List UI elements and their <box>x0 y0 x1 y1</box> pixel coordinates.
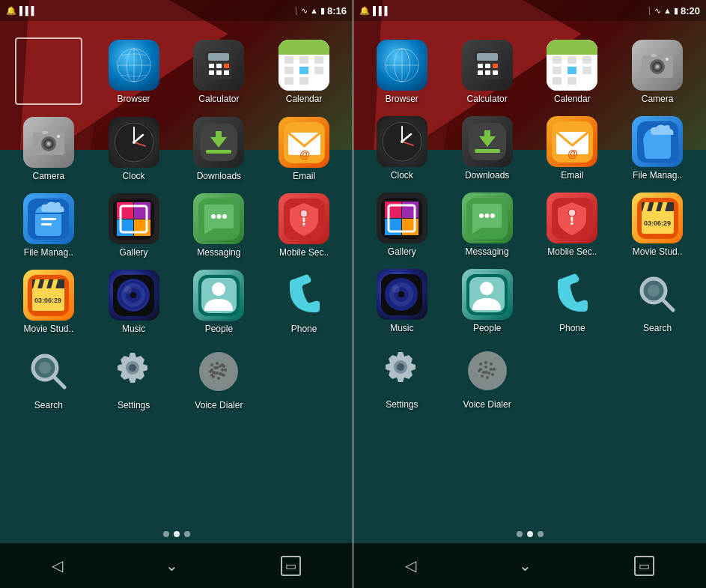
app-calendar-right[interactable]: Calendar <box>530 34 615 110</box>
app-camera-left[interactable]: Camera <box>6 111 91 187</box>
browser-label-left: Browser <box>118 94 150 104</box>
svg-rect-10 <box>216 70 222 75</box>
app-gallery-left[interactable]: Gallery <box>91 187 177 264</box>
svg-rect-111 <box>485 64 490 68</box>
svg-rect-16 <box>314 56 323 64</box>
app-downloads-left[interactable]: Downloads <box>177 111 262 187</box>
app-calendar-left[interactable]: Calendar <box>261 34 347 111</box>
app-messaging-left[interactable]: Messaging <box>177 187 262 264</box>
app-settings-right[interactable]: Settings <box>359 339 445 416</box>
svg-point-187 <box>493 368 496 371</box>
svg-rect-17 <box>284 67 293 74</box>
svg-rect-43 <box>41 218 56 220</box>
clock-label-right: Clock <box>391 170 413 181</box>
recent-button-right[interactable]: ▭ <box>634 556 654 576</box>
svg-point-83 <box>199 352 238 391</box>
home-button-left[interactable]: ⌄ <box>165 557 178 575</box>
svg-point-130 <box>656 65 659 68</box>
app-search-left[interactable]: Search <box>6 340 91 416</box>
app-calculator-right[interactable]: Calculator <box>445 34 530 110</box>
email-label-right: Email <box>561 170 583 181</box>
svg-point-188 <box>491 373 494 376</box>
app-email-left[interactable]: @ Email <box>261 111 347 187</box>
music-label-left: Music <box>122 324 145 334</box>
app-messaging-right[interactable]: Messaging <box>445 187 530 263</box>
svg-rect-114 <box>485 70 490 75</box>
svg-text:03:06:29: 03:06:29 <box>644 219 671 227</box>
app-clock-right[interactable]: Clock <box>359 110 445 187</box>
svg-rect-121 <box>553 67 562 74</box>
svg-rect-122 <box>567 67 576 74</box>
app-downloads-right[interactable]: Downloads <box>445 110 530 187</box>
svg-line-179 <box>663 300 673 310</box>
app-voicedialer-right[interactable]: Voice Dialer <box>445 339 530 416</box>
svg-point-132 <box>666 58 669 61</box>
svg-text:03:06:29: 03:06:29 <box>34 297 61 304</box>
svg-rect-119 <box>567 56 576 64</box>
page-dot-1-left <box>163 531 169 537</box>
calculator-label-left: Calculator <box>198 94 239 104</box>
svg-rect-131 <box>651 54 657 57</box>
home-button-right[interactable]: ⌄ <box>519 557 532 575</box>
app-voicedialer-left[interactable]: Voice Dialer <box>177 340 262 416</box>
svg-rect-21 <box>299 77 308 85</box>
app-phone-right[interactable]: Phone <box>530 263 615 339</box>
app-phone-left[interactable]: Phone <box>261 264 347 340</box>
svg-rect-47 <box>117 202 133 219</box>
svg-point-193 <box>484 366 487 369</box>
app-mobilesec-right[interactable]: ! Mobile Sec.. <box>530 187 615 263</box>
app-moviestudio-right[interactable]: 03:06:29 Movie Stud.. <box>615 187 700 263</box>
app-filemanager-right[interactable]: File Manag.. <box>615 110 700 187</box>
svg-point-180 <box>648 285 660 297</box>
svg-point-53 <box>211 214 216 219</box>
app-gallery-right[interactable]: Gallery <box>359 187 445 263</box>
messaging-label-left: Messaging <box>197 247 240 258</box>
settings-label-right: Settings <box>386 399 418 410</box>
svg-point-195 <box>487 372 490 375</box>
back-button-left[interactable]: ◁ <box>52 557 63 575</box>
nav-bar-left: ◁ ⌄ ▭ <box>0 543 353 588</box>
svg-point-73 <box>124 286 132 294</box>
svg-point-186 <box>490 363 493 366</box>
app-music-right[interactable]: Music <box>359 263 445 339</box>
app-clock-left[interactable]: Clock <box>91 111 177 187</box>
svg-rect-7 <box>216 64 222 68</box>
app-browser-right[interactable]: Browser <box>359 34 445 110</box>
app-email-right[interactable]: @ Email <box>530 110 615 187</box>
svg-rect-11 <box>224 70 229 75</box>
app-calculator-left[interactable]: Calculator <box>177 34 262 111</box>
app-filemanager-left[interactable]: File Manag.. <box>6 187 91 264</box>
svg-rect-48 <box>134 202 150 219</box>
svg-point-189 <box>486 376 489 379</box>
app-camera-right[interactable]: Camera <box>615 34 700 110</box>
svg-point-182 <box>397 363 404 371</box>
moviestudio-label-left: Movie Stud.. <box>24 324 74 334</box>
app-moviestudio-left[interactable]: 03:06:29 Movie Stud.. <box>6 264 91 340</box>
svg-rect-8 <box>224 64 229 68</box>
bluetooth-icon-left: ⎱ <box>293 6 299 15</box>
status-bar-left: 🔔 ▌▌▌ ⎱ ∿ ▲ ▮ 8:16 <box>0 0 353 21</box>
downloads-label-right: Downloads <box>465 170 509 181</box>
recent-button-left[interactable]: ▭ <box>281 556 301 576</box>
app-people-left[interactable]: People <box>177 264 262 340</box>
browser-label-right: Browser <box>386 94 419 104</box>
back-button-right[interactable]: ◁ <box>405 557 416 575</box>
svg-rect-49 <box>117 219 133 236</box>
app-mobilesec-left[interactable]: ! Mobile Sec.. <box>261 187 347 264</box>
screen-right: 🔔 ▌▌▌ ⎱ ∿ ▲ ▮ 8:20 Browser <box>353 0 706 588</box>
app-people-right[interactable]: People <box>445 263 530 339</box>
app-search-right[interactable]: Search <box>615 263 700 339</box>
page-dot-3-left <box>184 531 190 537</box>
svg-point-192 <box>479 368 482 371</box>
app-settings-left[interactable]: Settings <box>91 340 177 416</box>
signal-icon-right: ▲ <box>663 6 672 15</box>
app-browser-left[interactable]: Browser <box>91 34 177 111</box>
app-music-left[interactable]: Music <box>91 264 177 340</box>
svg-rect-14 <box>284 56 293 64</box>
svg-rect-118 <box>553 56 562 64</box>
svg-point-89 <box>217 377 220 380</box>
filemanager-label-right: File Manag.. <box>633 170 682 181</box>
svg-rect-141 <box>484 130 490 139</box>
svg-rect-13 <box>279 40 329 55</box>
widget-left[interactable] <box>6 34 91 111</box>
